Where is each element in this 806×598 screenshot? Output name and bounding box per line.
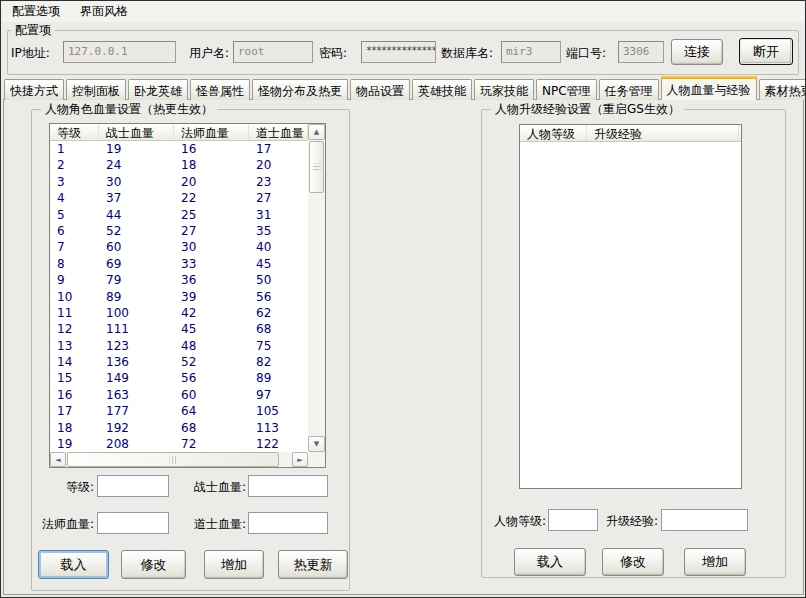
table-cell: 122 bbox=[249, 436, 308, 452]
menu-item-config-options[interactable]: 配置选项 bbox=[2, 0, 70, 23]
table-cell: 14 bbox=[50, 354, 99, 370]
port-field[interactable]: 3306 bbox=[618, 41, 664, 63]
tab-4[interactable]: 怪物分布及热更 bbox=[252, 79, 348, 100]
table-cell: 136 bbox=[99, 354, 174, 370]
table-cell: 192 bbox=[99, 420, 174, 436]
scroll-thumb[interactable] bbox=[67, 452, 279, 467]
menu-item-ui-style[interactable]: 界面风格 bbox=[70, 0, 138, 23]
hp-table-rows[interactable]: 1191617224182033020234372227544253165227… bbox=[50, 141, 308, 454]
hp-col-header-1[interactable]: 战士血量 bbox=[99, 124, 174, 140]
tab-10[interactable]: 人物血量与经验 bbox=[661, 76, 757, 100]
exp-col-header-0[interactable]: 人物等级 bbox=[520, 125, 587, 141]
database-label: 数据库名: bbox=[441, 45, 493, 62]
table-cell: 27 bbox=[249, 190, 308, 206]
table-cell: 149 bbox=[99, 370, 174, 386]
table-cell: 1 bbox=[50, 141, 99, 157]
hp-vertical-scrollbar[interactable]: ▲ ▼ bbox=[308, 124, 325, 452]
table-row[interactable]: 6522735 bbox=[50, 223, 308, 239]
table-cell: 9 bbox=[50, 272, 99, 288]
hp-col-header-2[interactable]: 法师血量 bbox=[174, 124, 249, 140]
table-row[interactable]: 4372227 bbox=[50, 190, 308, 206]
scroll-thumb[interactable] bbox=[309, 141, 324, 193]
table-cell: 45 bbox=[249, 256, 308, 272]
table-cell: 62 bbox=[249, 305, 308, 321]
table-cell: 18 bbox=[50, 420, 99, 436]
table-cell: 4 bbox=[50, 190, 99, 206]
table-cell: 97 bbox=[249, 387, 308, 403]
table-row[interactable]: 5442531 bbox=[50, 207, 308, 223]
table-cell: 75 bbox=[249, 338, 308, 354]
hp-col-header-3[interactable]: 道士血量 bbox=[249, 124, 308, 140]
table-cell: 7 bbox=[50, 239, 99, 255]
ip-field[interactable]: 127.0.0.1 bbox=[63, 41, 176, 63]
table-row[interactable]: 1920872122 bbox=[50, 436, 308, 452]
tab-11[interactable]: 素材热更 bbox=[759, 79, 806, 100]
table-cell: 20 bbox=[249, 157, 308, 173]
table-cell: 64 bbox=[174, 403, 249, 419]
tab-3[interactable]: 怪兽属性 bbox=[190, 79, 250, 100]
table-cell: 15 bbox=[50, 370, 99, 386]
table-row[interactable]: 131234875 bbox=[50, 338, 308, 354]
scrollbar-corner bbox=[308, 452, 325, 467]
table-row[interactable]: 141365282 bbox=[50, 354, 308, 370]
table-row[interactable]: 9793650 bbox=[50, 272, 308, 288]
table-row[interactable]: 10893956 bbox=[50, 289, 308, 305]
table-row[interactable]: 121114568 bbox=[50, 321, 308, 337]
table-cell: 89 bbox=[99, 289, 174, 305]
scroll-left-button[interactable]: ◄ bbox=[50, 452, 66, 467]
table-cell: 17 bbox=[249, 141, 308, 157]
tab-1[interactable]: 控制面板 bbox=[66, 79, 126, 100]
table-row[interactable]: 1191617 bbox=[50, 141, 308, 157]
hp-table[interactable]: 等级战士血量法师血量道士血量 1191617224182033020234372… bbox=[49, 123, 326, 468]
tab-5[interactable]: 物品设置 bbox=[350, 79, 410, 100]
table-cell: 33 bbox=[174, 256, 249, 272]
exp-table-rows[interactable] bbox=[520, 142, 741, 488]
tab-0[interactable]: 快捷方式 bbox=[4, 79, 64, 100]
disconnect-button[interactable]: 断开 bbox=[739, 38, 793, 65]
tab-6[interactable]: 英雄技能 bbox=[412, 79, 472, 100]
table-row[interactable]: 3302023 bbox=[50, 174, 308, 190]
scroll-right-button[interactable]: ► bbox=[292, 452, 308, 467]
tab-7[interactable]: 玩家技能 bbox=[474, 79, 534, 100]
table-cell: 16 bbox=[50, 387, 99, 403]
table-row[interactable]: 1819268113 bbox=[50, 420, 308, 436]
scroll-down-button[interactable]: ▼ bbox=[308, 436, 325, 452]
connect-button[interactable]: 连接 bbox=[671, 39, 723, 65]
table-cell: 42 bbox=[174, 305, 249, 321]
username-label: 用户名: bbox=[189, 45, 229, 62]
table-cell: 100 bbox=[99, 305, 174, 321]
scroll-up-button[interactable]: ▲ bbox=[308, 124, 325, 140]
table-row[interactable]: 7603040 bbox=[50, 239, 308, 255]
table-cell: 44 bbox=[99, 207, 174, 223]
table-cell: 18 bbox=[174, 157, 249, 173]
table-cell: 105 bbox=[249, 403, 308, 419]
tab-2[interactable]: 卧龙英雄 bbox=[128, 79, 188, 100]
password-field[interactable]: ************** bbox=[361, 41, 436, 63]
table-cell: 5 bbox=[50, 207, 99, 223]
hp-table-header: 等级战士血量法师血量道士血量 bbox=[50, 124, 308, 141]
hp-col-header-0[interactable]: 等级 bbox=[50, 124, 99, 140]
table-cell: 24 bbox=[99, 157, 174, 173]
table-row[interactable]: 151495689 bbox=[50, 370, 308, 386]
database-field[interactable]: mir3 bbox=[501, 41, 561, 63]
tab-8[interactable]: NPC管理 bbox=[536, 79, 597, 100]
table-row[interactable]: 111004262 bbox=[50, 305, 308, 321]
table-cell: 52 bbox=[99, 223, 174, 239]
table-row[interactable]: 2241820 bbox=[50, 157, 308, 173]
table-cell: 113 bbox=[249, 420, 308, 436]
table-cell: 20 bbox=[174, 174, 249, 190]
table-row[interactable]: 8693345 bbox=[50, 256, 308, 272]
exp-col-header-1[interactable]: 升级经验 bbox=[587, 125, 739, 141]
exp-table[interactable]: 人物等级升级经验 bbox=[519, 124, 742, 489]
table-cell: 23 bbox=[249, 174, 308, 190]
table-row[interactable]: 1717764105 bbox=[50, 403, 308, 419]
port-label: 端口号: bbox=[566, 45, 606, 62]
exp-table-header: 人物等级升级经验 bbox=[520, 125, 741, 142]
table-row[interactable]: 161636097 bbox=[50, 387, 308, 403]
username-field[interactable]: root bbox=[233, 41, 313, 63]
tab-9[interactable]: 任务管理 bbox=[599, 79, 659, 100]
hp-horizontal-scrollbar[interactable]: ◄ ► bbox=[50, 452, 308, 467]
table-cell: 8 bbox=[50, 256, 99, 272]
table-cell: 82 bbox=[249, 354, 308, 370]
table-cell: 69 bbox=[99, 256, 174, 272]
